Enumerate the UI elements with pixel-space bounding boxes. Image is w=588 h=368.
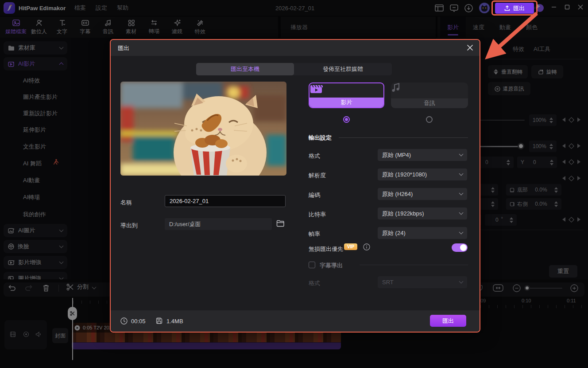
subtitle-export-label: 字幕導出 xyxy=(320,262,343,270)
format-select[interactable]: 原始 (MP4) xyxy=(378,149,467,161)
destination-input[interactable] xyxy=(165,218,272,230)
lossless-toggle[interactable] xyxy=(452,243,468,252)
music-note-icon xyxy=(391,82,468,98)
video-type-card[interactable]: 影片 xyxy=(309,82,384,108)
dialog-close-icon[interactable] xyxy=(467,44,473,51)
clapperboard-icon xyxy=(309,83,383,98)
audio-type-card[interactable]: 音訊 xyxy=(391,82,468,108)
tutorial-arrow xyxy=(478,11,545,60)
export-filesize: 1.4MB xyxy=(166,318,183,325)
export-confirm-button[interactable]: 匯出 xyxy=(430,315,466,327)
browse-folder-icon[interactable] xyxy=(276,220,285,227)
resolution-select[interactable]: 原始 (1920*1080) xyxy=(378,168,467,180)
resolution-label: 解析度 xyxy=(309,172,326,180)
bitrate-label: 比特率 xyxy=(309,211,326,219)
vip-badge: VIP xyxy=(344,243,357,250)
clock-icon xyxy=(120,317,128,325)
lossless-label: 無損匯出優先 xyxy=(309,245,343,253)
dialog-footer: 00:05 1.4MB 匯出 xyxy=(111,310,480,332)
subtitle-format-label: 格式 xyxy=(309,279,320,287)
dialog-header: 匯出 xyxy=(111,40,480,56)
bitrate-select[interactable]: 原始 (1922kbps) xyxy=(378,207,467,219)
format-label: 格式 xyxy=(309,152,320,160)
framerate-label: 幀率 xyxy=(309,230,320,238)
filesize-icon xyxy=(156,317,162,324)
codec-label: 編碼 xyxy=(309,191,320,199)
destination-label: 導出到 xyxy=(120,222,138,230)
framerate-select[interactable]: 原始 (24) xyxy=(378,227,467,239)
video-radio[interactable] xyxy=(343,116,350,123)
subtitle-export-checkbox[interactable] xyxy=(309,262,315,268)
subtitle-format-select: SRT xyxy=(378,276,467,288)
export-dialog: 匯出 匯出至本機 發佈至社群媒體 xyxy=(110,39,480,333)
dialog-tabs: 匯出至本機 發佈至社群媒體 xyxy=(196,63,392,75)
tab-publish-social[interactable]: 發佈至社群媒體 xyxy=(294,63,392,75)
export-duration: 00:05 xyxy=(131,318,146,325)
codec-select[interactable]: 原始 (H264) xyxy=(378,188,467,200)
dialog-title: 匯出 xyxy=(118,44,129,52)
export-preview xyxy=(120,82,286,176)
audio-radio[interactable] xyxy=(426,116,433,123)
output-settings-heading: 輸出設定 xyxy=(309,134,332,142)
name-input[interactable] xyxy=(165,195,286,207)
tab-export-local[interactable]: 匯出至本機 xyxy=(196,63,294,75)
info-icon[interactable] xyxy=(363,243,370,251)
name-label: 名稱 xyxy=(120,199,132,207)
